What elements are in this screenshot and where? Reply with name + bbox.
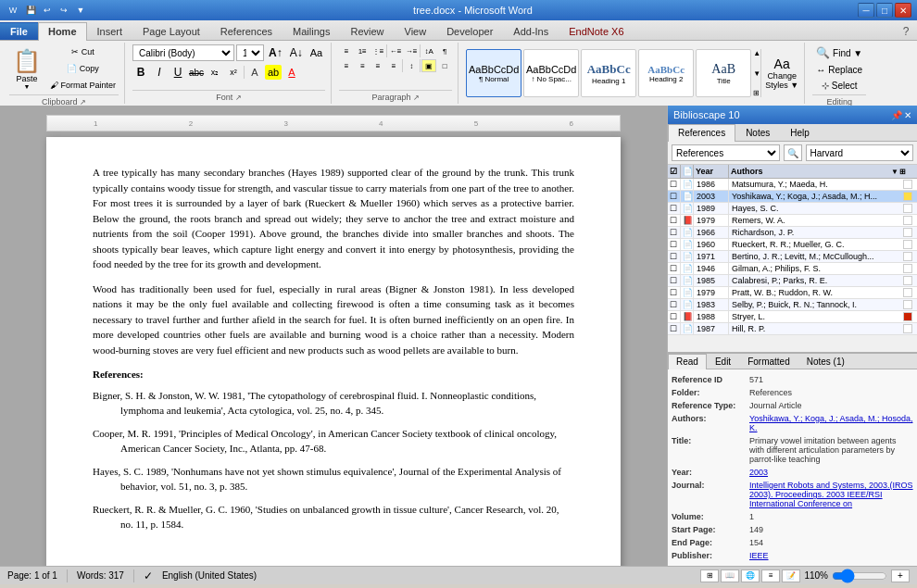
- tab-review[interactable]: Review: [340, 22, 394, 40]
- biblio-filter-select[interactable]: References: [672, 144, 780, 161]
- justify-btn[interactable]: ≡: [386, 59, 401, 72]
- bold-btn[interactable]: B: [132, 65, 149, 80]
- biblio-tab-references[interactable]: References: [668, 124, 735, 142]
- font-color-btn[interactable]: A: [283, 65, 300, 80]
- styles-up-btn[interactable]: ▲: [753, 49, 760, 57]
- border-btn[interactable]: □: [437, 59, 452, 72]
- tab-references[interactable]: References: [210, 22, 283, 40]
- show-hide-btn[interactable]: ¶: [437, 44, 452, 57]
- biblio-tab-notes[interactable]: Notes: [735, 124, 780, 141]
- increase-indent-btn[interactable]: →≡: [404, 44, 419, 57]
- close-btn[interactable]: ✕: [895, 3, 911, 18]
- paste-btn[interactable]: 📋 Paste ▼: [9, 44, 44, 93]
- help-btn[interactable]: ?: [898, 25, 913, 38]
- sort-icon[interactable]: ⊞: [899, 168, 906, 176]
- print-layout-btn[interactable]: ⊞: [700, 569, 719, 582]
- save-quick-btn[interactable]: 💾: [23, 4, 38, 17]
- font-size-select[interactable]: 11: [236, 44, 264, 61]
- biblio-style-select[interactable]: Harvard: [806, 144, 914, 161]
- tab-file[interactable]: File: [0, 22, 38, 40]
- ref-table-body[interactable]: ☐ 📄 1986 Matsumura, Y.; Maeda, H. ☐ 📄 20…: [668, 179, 917, 352]
- change-styles-btn[interactable]: Aa Change Styles ▼: [765, 56, 798, 90]
- zoom-in-btn[interactable]: +: [891, 569, 910, 582]
- detail-tab-edit[interactable]: Edit: [707, 354, 739, 369]
- tab-page-layout[interactable]: Page Layout: [132, 22, 210, 40]
- detail-tab-formatted[interactable]: Formatted: [739, 354, 798, 369]
- align-center-btn[interactable]: ≡: [355, 59, 370, 72]
- align-left-btn[interactable]: ≡: [339, 59, 354, 72]
- replace-btn[interactable]: ↔ Replace: [812, 63, 866, 77]
- table-row[interactable]: ☐ 📄 1987 Hill, R. P.: [668, 323, 917, 335]
- full-reading-btn[interactable]: 📖: [721, 569, 739, 582]
- table-row[interactable]: ☐ 📄 1983 Selby, P.; Buick, R. N.; Tannoc…: [668, 299, 917, 311]
- language[interactable]: English (United States): [162, 570, 257, 581]
- table-row[interactable]: ☐ 📄 1966 Richardson, J. P.: [668, 227, 917, 239]
- draft-btn[interactable]: 📝: [782, 569, 800, 582]
- minimize-btn[interactable]: ─: [858, 3, 874, 18]
- tab-home[interactable]: Home: [38, 22, 87, 41]
- sort-btn[interactable]: ↕A: [421, 44, 436, 57]
- biblio-search-btn[interactable]: 🔍: [784, 144, 802, 161]
- highlight-btn[interactable]: ab: [265, 65, 282, 80]
- styles-expand-btn[interactable]: ⊞: [753, 89, 760, 97]
- detail-tab-read[interactable]: Read: [668, 354, 707, 369]
- tab-endnote[interactable]: EndNote X6: [559, 22, 634, 40]
- col-authors-header[interactable]: Authors: [729, 165, 889, 178]
- web-layout-btn[interactable]: 🌐: [741, 569, 760, 582]
- subscript-btn[interactable]: x₂: [207, 65, 223, 80]
- tab-mailings[interactable]: Mailings: [283, 22, 340, 40]
- table-row[interactable]: ☐ 📄 1960 Rueckert, R. R.; Mueller, G. C.: [668, 239, 917, 251]
- document-area[interactable]: 123456 A tree typically has many seconda…: [0, 106, 667, 566]
- customize-quick-btn[interactable]: ▼: [73, 4, 88, 17]
- tab-add-ins[interactable]: Add-Ins: [503, 22, 559, 40]
- table-row[interactable]: ☐ 📕 1988 Stryer, L.: [668, 311, 917, 323]
- multilevel-btn[interactable]: ⋮≡: [371, 44, 385, 57]
- table-row[interactable]: ☐ 📄 1985 Calabresi, P.; Parks, R. E.: [668, 275, 917, 287]
- col-year-header[interactable]: Year: [694, 165, 729, 178]
- align-right-btn[interactable]: ≡: [371, 59, 385, 72]
- strikethrough-btn[interactable]: abc: [188, 65, 205, 80]
- grow-font-btn[interactable]: A↑: [266, 45, 285, 60]
- filter-icon[interactable]: ▼: [891, 168, 898, 176]
- decrease-indent-btn[interactable]: ←≡: [388, 44, 403, 57]
- table-row[interactable]: ☐ 📄 1989 Hayes, S. C.: [668, 203, 917, 215]
- maximize-btn[interactable]: □: [876, 3, 893, 18]
- zoom-slider[interactable]: [832, 571, 887, 581]
- underline-btn[interactable]: U: [170, 65, 186, 80]
- tab-insert[interactable]: Insert: [87, 22, 133, 40]
- style-nospace-btn[interactable]: AaBbCcDd ↑ No Spac...: [523, 49, 579, 97]
- biblio-pin-btn[interactable]: 📌: [891, 110, 902, 120]
- detail-tab-notes[interactable]: Notes (1): [798, 354, 853, 369]
- numbering-btn[interactable]: 1≡: [355, 44, 370, 57]
- cut-btn[interactable]: ✂ Cut: [47, 44, 119, 59]
- style-normal-btn[interactable]: AaBbCcDd ¶ Normal: [466, 49, 521, 97]
- tab-view[interactable]: View: [395, 22, 437, 40]
- find-btn[interactable]: 🔍 Find ▼: [812, 44, 866, 61]
- biblio-close-btn[interactable]: ✕: [904, 110, 911, 120]
- table-row[interactable]: ☐ 📄 2003 Yoshikawa, Y.; Koga, J.; Asada,…: [668, 191, 917, 203]
- table-row[interactable]: ☐ 📄 1986 Matsumura, Y.; Maeda, H.: [668, 179, 917, 191]
- line-spacing-btn[interactable]: ↕: [404, 59, 419, 72]
- table-row[interactable]: ☐ 📄 1979 Pratt, W. B.; Ruddon, R. W.: [668, 287, 917, 299]
- shading-btn[interactable]: ▣: [421, 59, 436, 72]
- shrink-font-btn[interactable]: A↓: [287, 45, 306, 60]
- table-row[interactable]: ☐ 📄 1971 Bertino, J. R.; Levitt, M.; McC…: [668, 251, 917, 263]
- biblio-tab-help[interactable]: Help: [780, 124, 820, 141]
- table-row[interactable]: ☐ 📕 1979 Remers, W. A.: [668, 215, 917, 227]
- select-btn[interactable]: ⊹ Select: [818, 79, 861, 93]
- format-painter-btn[interactable]: 🖌 Format Painter: [47, 78, 119, 93]
- redo-quick-btn[interactable]: ↪: [57, 4, 71, 17]
- bullets-btn[interactable]: ≡: [339, 44, 354, 57]
- outline-btn[interactable]: ≡: [761, 569, 780, 582]
- font-family-select[interactable]: Calibri (Body): [132, 44, 234, 61]
- text-effects-btn[interactable]: A: [246, 65, 263, 80]
- word-logo[interactable]: W: [6, 4, 20, 17]
- copy-btn[interactable]: 📄 Copy: [47, 61, 119, 76]
- clear-format-btn[interactable]: Aa: [308, 45, 325, 60]
- styles-down-btn[interactable]: ▼: [753, 69, 760, 78]
- style-h1-btn[interactable]: AaBbCc Heading 1: [581, 49, 636, 97]
- style-h2-btn[interactable]: AaBbCc Heading 2: [638, 49, 694, 97]
- italic-btn[interactable]: I: [151, 65, 168, 80]
- table-row[interactable]: ☐ 📄 1946 Gilman, A.; Philips, F. S.: [668, 263, 917, 275]
- superscript-btn[interactable]: x²: [225, 65, 242, 80]
